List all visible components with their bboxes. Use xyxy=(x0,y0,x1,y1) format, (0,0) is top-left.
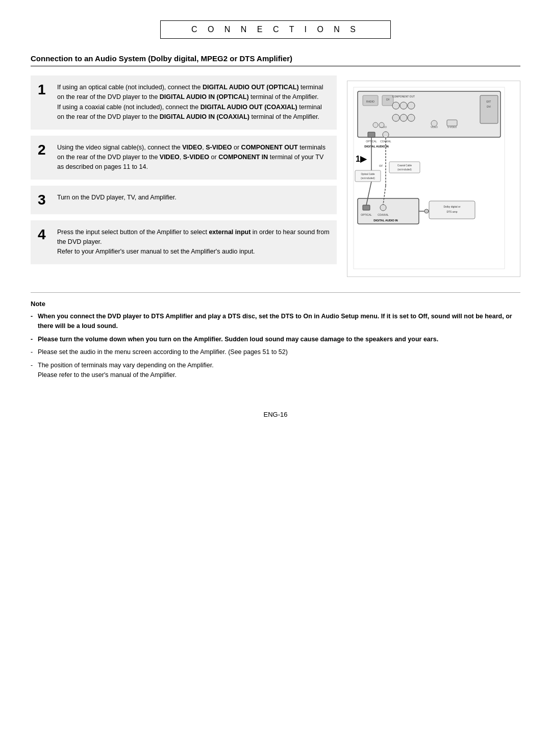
connection-diagram-svg: RADIO CH COMPONENT OUT EXT DVI AUDIO xyxy=(353,86,506,270)
svg-text:DIGITAL AUDIO IN: DIGITAL AUDIO IN xyxy=(364,145,389,148)
svg-point-8 xyxy=(408,102,415,109)
diagram-image: RADIO CH COMPONENT OUT EXT DVI AUDIO xyxy=(347,81,520,277)
svg-point-6 xyxy=(392,102,399,109)
section-title: Connection to an Audio System (Dolby dig… xyxy=(31,54,520,66)
step-number: 1 xyxy=(38,83,50,97)
svg-rect-31 xyxy=(355,170,381,182)
step-text: If using an optical cable (not included)… xyxy=(57,83,330,122)
step-block: 1If using an optical cable (not included… xyxy=(31,75,337,130)
svg-text:DTS amp: DTS amp xyxy=(446,210,457,213)
svg-text:OPTICAL: OPTICAL xyxy=(361,213,372,216)
svg-rect-0 xyxy=(358,91,500,137)
notes-list-item: Please set the audio in the menu screen … xyxy=(31,347,520,357)
svg-text:(not included): (not included) xyxy=(361,177,375,180)
svg-point-47 xyxy=(424,209,429,213)
page-number: ENG-16 xyxy=(264,411,288,418)
notes-list-item: The position of terminals may vary depen… xyxy=(31,361,520,381)
page-footer: ENG-16 xyxy=(31,411,520,418)
step-text: Press the input select button of the Amp… xyxy=(57,228,330,257)
svg-text:1▶: 1▶ xyxy=(356,155,367,163)
svg-text:DIGITAL AUDIO IN: DIGITAL AUDIO IN xyxy=(373,219,398,222)
svg-rect-38 xyxy=(363,205,370,210)
svg-rect-21 xyxy=(447,120,457,126)
notes-list-item: When you connect the DVD player to DTS A… xyxy=(31,312,520,332)
svg-text:DVI: DVI xyxy=(487,106,491,108)
page-title: C O N N E C T I O N S xyxy=(160,20,391,39)
svg-text:Coaxial Cable: Coaxial Cable xyxy=(397,164,412,167)
svg-text:COMPONENT OUT: COMPONENT OUT xyxy=(392,95,415,98)
svg-text:CH: CH xyxy=(386,98,390,101)
svg-text:Dolby digital or: Dolby digital or xyxy=(443,205,460,208)
main-content: 1If using an optical cable (not included… xyxy=(31,75,520,277)
svg-point-14 xyxy=(408,114,415,121)
step-block: 4Press the input select button of the Am… xyxy=(31,220,337,264)
step-block: 3Turn on the DVD player, TV, and Amplifi… xyxy=(31,186,337,214)
svg-text:S-VIDEO: S-VIDEO xyxy=(447,126,457,129)
notes-list-item: Please turn the volume down when you tur… xyxy=(31,335,520,344)
svg-text:RADIO: RADIO xyxy=(366,100,374,103)
svg-point-12 xyxy=(392,114,399,121)
notes-section: Note When you connect the DVD player to … xyxy=(31,292,520,380)
step-block: 2Using the video signal cable(s), connec… xyxy=(31,136,337,180)
notes-title: Note xyxy=(31,300,520,308)
step-number: 2 xyxy=(38,143,50,157)
svg-rect-34 xyxy=(389,162,420,173)
steps-column: 1If using an optical cable (not included… xyxy=(31,75,337,277)
svg-text:EXT: EXT xyxy=(487,100,491,103)
svg-rect-9 xyxy=(480,95,498,123)
svg-point-19 xyxy=(431,120,437,127)
notes-list: When you connect the DVD player to DTS A… xyxy=(31,312,520,380)
svg-rect-22 xyxy=(368,132,375,137)
svg-point-7 xyxy=(400,102,407,109)
svg-text:Optical Cable: Optical Cable xyxy=(361,173,375,175)
page-header: C O N N E C T I O N S xyxy=(31,20,520,39)
svg-point-40 xyxy=(380,205,386,211)
svg-point-16 xyxy=(373,122,378,128)
step-text: Using the video signal cable(s), connect… xyxy=(57,143,330,172)
step-number: 3 xyxy=(38,193,50,207)
step-text: Turn on the DVD player, TV, and Amplifie… xyxy=(57,193,177,203)
svg-point-24 xyxy=(383,132,389,138)
diagram-column: RADIO CH COMPONENT OUT EXT DVI AUDIO xyxy=(347,75,520,277)
svg-point-17 xyxy=(379,122,384,128)
svg-point-13 xyxy=(400,114,407,121)
svg-text:COAXIAL: COAXIAL xyxy=(378,213,389,216)
svg-text:(not included): (not included) xyxy=(397,168,412,171)
step-number: 4 xyxy=(38,228,50,242)
svg-text:or: or xyxy=(379,163,383,168)
